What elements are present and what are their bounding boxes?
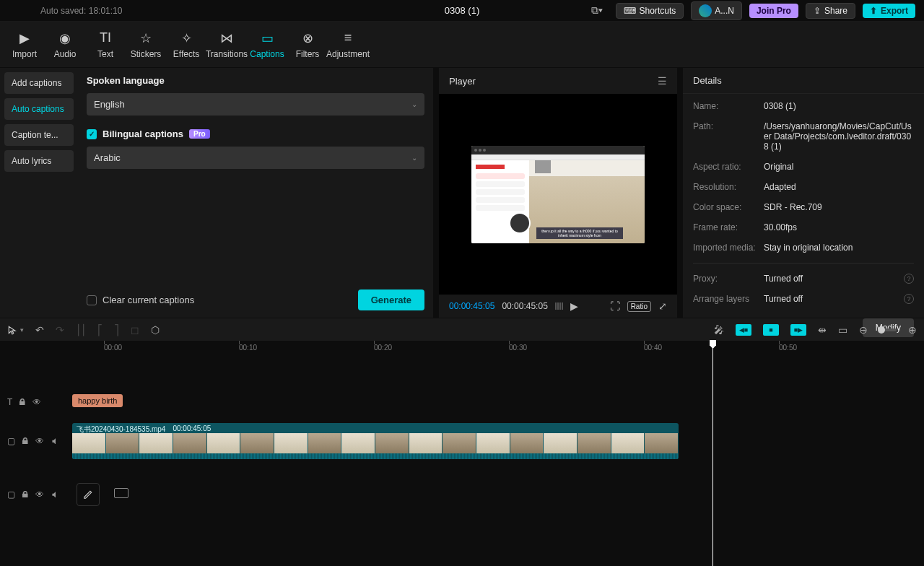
text-icon: TI	[100, 30, 111, 46]
stickers-icon: ☆	[140, 30, 152, 46]
sidebar-auto-captions[interactable]: Auto captions	[4, 98, 74, 120]
sidebar-caption-templates[interactable]: Caption te...	[4, 124, 74, 146]
tab-filters[interactable]: ⊗Filters	[287, 23, 328, 66]
player-menu-icon[interactable]: ☰	[658, 75, 667, 87]
export-button[interactable]: ⬆Export	[863, 4, 915, 18]
tab-captions[interactable]: ▭Captions	[247, 23, 287, 66]
effects-icon: ✧	[181, 30, 192, 46]
captions-panel: Spoken language English ⌄ ✓ Bilingual ca…	[78, 68, 433, 318]
trim-right-tool: ⎤	[114, 324, 119, 336]
detail-framerate: 30.00fps	[764, 222, 914, 232]
detail-proxy: Turned off	[764, 274, 904, 284]
tool-dropdown-icon[interactable]: ▾	[20, 326, 24, 334]
snap-right-toggle[interactable]: ■▶	[790, 324, 806, 336]
details-title: Details	[683, 68, 924, 94]
zoom-out-button[interactable]: ⊖	[859, 324, 868, 336]
tab-import[interactable]: ▶Import	[4, 23, 45, 66]
video-preview[interactable]: then up it all the way to a th000 if you…	[471, 146, 645, 243]
player-title: Player	[449, 76, 476, 87]
bilingual-checkbox[interactable]: ✓	[87, 129, 97, 139]
share-button[interactable]: ⇪Share	[806, 3, 855, 19]
align-tool[interactable]: ⇹	[818, 324, 827, 336]
tab-effects[interactable]: ✧Effects	[166, 23, 206, 66]
playhead[interactable]	[712, 341, 713, 566]
account-button[interactable]: A...N	[691, 1, 742, 20]
export-icon: ⬆	[870, 6, 877, 16]
tab-text[interactable]: TIText	[85, 23, 126, 66]
tab-transitions[interactable]: ⋈Transitions	[206, 23, 247, 66]
pro-badge: Pro	[189, 129, 210, 139]
layout-icon[interactable]: ⧉▾	[591, 4, 603, 17]
clear-captions-checkbox[interactable]: Clear current captions	[87, 295, 194, 305]
track-icon: ▢	[7, 489, 15, 500]
detail-resolution: Adapted	[764, 182, 914, 192]
undo-button[interactable]: ↶	[35, 324, 44, 336]
track-settings-icon[interactable]: ▭	[838, 324, 847, 336]
details-panel: Details Name:0308 (1) Path:/Users/yanhua…	[683, 68, 924, 318]
fullscreen-button[interactable]: ⤢	[658, 300, 667, 312]
cursor-tool[interactable]	[7, 325, 17, 335]
scan-icon[interactable]: ⛶	[610, 300, 620, 312]
video-track-icon: ▢	[7, 436, 15, 446]
shortcuts-button[interactable]: ⌨Shortcuts	[616, 3, 684, 19]
eye-icon[interactable]: 👁︎	[35, 489, 44, 500]
zoom-slider[interactable]	[879, 328, 897, 331]
film-placeholder-icon[interactable]	[114, 488, 128, 498]
player-panel: Player ☰ then up it all the way to a th0…	[439, 68, 677, 318]
join-pro-button[interactable]: Join Pro	[749, 4, 798, 18]
shield-tool[interactable]: ⬡	[151, 324, 160, 336]
mic-icon[interactable]: 🎤︎	[714, 324, 724, 336]
keyboard-icon: ⌨	[624, 6, 636, 16]
audio-levels-icon	[555, 302, 563, 310]
second-language-select[interactable]: Arabic ⌄	[87, 147, 424, 169]
lock-icon[interactable]: 🔒︎	[18, 397, 27, 407]
timeline-tracks: T 🔒︎ 👁︎ happy birth ▢ 🔒︎ 👁︎ 🔈︎ 飞书2024043…	[0, 358, 924, 566]
detail-name: 0308 (1)	[764, 101, 914, 111]
spoken-language-select[interactable]: English ⌄	[87, 93, 424, 116]
ratio-button[interactable]: Ratio	[627, 301, 651, 312]
play-button[interactable]: ▶	[570, 300, 578, 312]
help-icon[interactable]: ?	[904, 294, 914, 304]
spoken-language-value: English	[94, 99, 125, 110]
preview-caption: then up it all the way to a th000 if you…	[536, 227, 623, 239]
timeline-ruler[interactable]: 00:00 00:10 00:20 00:30 00:40 00:50	[0, 341, 924, 358]
tab-stickers[interactable]: ☆Stickers	[126, 23, 166, 66]
eye-icon[interactable]: 👁︎	[35, 436, 44, 446]
video-clip[interactable]: 飞书20240430-184535.mp400:00:45:05	[72, 423, 679, 459]
import-icon: ▶	[19, 30, 30, 46]
snap-center-toggle[interactable]: ■	[763, 324, 779, 336]
bilingual-label: Bilingual captions	[103, 129, 183, 139]
checkbox-icon	[87, 295, 97, 305]
speaker-icon[interactable]: 🔈︎	[50, 489, 58, 500]
zoom-in-button[interactable]: ⊕	[908, 324, 917, 336]
generate-button[interactable]: Generate	[358, 289, 424, 310]
avatar-icon	[699, 4, 712, 17]
total-timecode: 00:00:45:05	[502, 301, 547, 311]
detail-path: /Users/yanhuarong/Movies/CapCut/User Dat…	[764, 121, 914, 152]
chevron-down-icon: ⌄	[411, 100, 417, 108]
project-title: 0308 (1)	[445, 5, 479, 16]
crop-tool: ◻	[131, 324, 139, 336]
autosave-label: Auto saved: 18:01:10	[40, 6, 122, 16]
eye-icon[interactable]: 👁︎	[32, 397, 41, 407]
split-tool: ⎮⎮	[76, 324, 86, 336]
detail-imported: Stay in original location	[764, 243, 914, 253]
sidebar-auto-lyrics[interactable]: Auto lyrics	[4, 150, 74, 172]
snap-left-toggle[interactable]: ◀■	[736, 324, 751, 336]
speaker-icon[interactable]: 🔈︎	[50, 436, 58, 446]
text-track-icon: T	[7, 397, 12, 407]
transitions-icon: ⋈	[220, 30, 233, 46]
filters-icon: ⊗	[302, 30, 313, 46]
tool-tabs: ▶Import ◉Audio TIText ☆Stickers ✧Effects…	[0, 22, 924, 68]
tab-adjustment[interactable]: ≡Adjustment	[328, 23, 368, 66]
detail-aspect: Original	[764, 162, 914, 172]
empty-track: ▢ 🔒︎ 👁︎ 🔈︎	[0, 475, 924, 514]
lock-icon[interactable]: 🔒︎	[21, 436, 30, 446]
help-icon[interactable]: ?	[904, 274, 914, 284]
text-clip[interactable]: happy birth	[72, 394, 123, 407]
sidebar-add-captions[interactable]: Add captions	[4, 72, 74, 94]
edit-track-button[interactable]	[77, 483, 100, 506]
tab-audio[interactable]: ◉Audio	[45, 23, 85, 66]
redo-button: ↷	[56, 324, 64, 336]
lock-icon[interactable]: 🔒︎	[21, 489, 30, 500]
